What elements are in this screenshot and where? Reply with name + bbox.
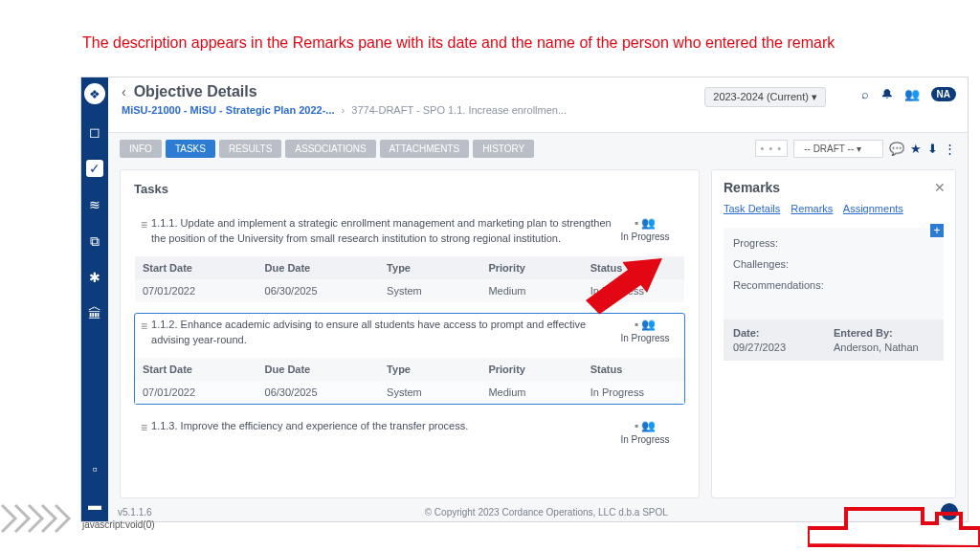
slide-decoration-red [808, 490, 980, 551]
tab-info[interactable]: INFO [120, 140, 162, 158]
cell: System [379, 381, 480, 404]
slide-decoration-chevrons [0, 503, 86, 538]
remark-progress: Progress: [733, 237, 934, 249]
remarks-title: Remarks [724, 180, 944, 195]
nav-home-icon[interactable]: ◻ [86, 123, 103, 141]
drag-handle-icon[interactable]: ≡ [141, 421, 147, 445]
breadcrumb-current: 3774-DRAFT - SPO 1.1. Increase enrollmen… [351, 104, 567, 116]
cell: In Progress [583, 381, 684, 404]
back-button[interactable]: ‹ [122, 84, 126, 99]
nav-book-icon[interactable]: ▬ [86, 496, 103, 514]
remark-challenges: Challenges: [733, 258, 934, 270]
nav-reports-icon[interactable]: ⧉ [86, 232, 103, 250]
drag-handle-icon[interactable]: ≡ [141, 218, 147, 247]
tab-associations[interactable]: ASSOCIATIONS [285, 140, 375, 158]
remarks-panel: Remarks ✕ Task Details Remarks Assignmen… [711, 169, 956, 498]
remark-body: Progress: Challenges: Recommendations: [724, 228, 944, 320]
bell-icon[interactable]: 🔔︎ [880, 87, 893, 101]
page-title: Objective Details [134, 83, 257, 100]
nav-settings-icon[interactable]: ✱ [86, 269, 103, 286]
sidebar: ❖ ◻ ✓ ≋ ⧉ ✱ 🏛 ▫ ▬ [81, 77, 108, 521]
status-dropdown[interactable]: -- DRAFT -- ▾ [793, 140, 883, 158]
tab-results[interactable]: RESULTS [219, 140, 281, 158]
remarks-tab-remarks[interactable]: Remarks [791, 203, 833, 214]
col-priority: Priority [480, 358, 582, 381]
col-start: Start Date [135, 256, 257, 279]
col-due: Due Date [257, 358, 380, 381]
nav-finance-icon[interactable]: ≋ [86, 196, 103, 213]
download-icon[interactable]: ⬇ [927, 142, 938, 156]
people-icon[interactable]: 👥 [641, 216, 656, 230]
col-start: Start Date [135, 358, 257, 381]
remark-date: 09/27/2023 [733, 342, 786, 353]
task-status: In Progress [620, 333, 669, 343]
task-status: In Progress [620, 434, 669, 445]
cell: 06/30/2025 [257, 381, 380, 404]
tab-history[interactable]: HISTORY [473, 140, 534, 158]
search-icon[interactable]: ⌕ [861, 87, 869, 101]
col-due: Due Date [257, 256, 380, 279]
cell: System [379, 279, 480, 302]
nav-plan-icon[interactable]: ✓ [86, 160, 103, 177]
cell: 07/01/2022 [135, 381, 257, 404]
tab-tasks[interactable]: TASKS [166, 140, 215, 158]
comment-icon[interactable]: ▪ [635, 318, 638, 331]
remark-date-label: Date: [733, 327, 834, 339]
col-status: Status [583, 358, 684, 381]
comment-icon[interactable]: ▪ [635, 419, 638, 432]
add-remark-button[interactable]: + [930, 224, 944, 237]
remark-author: Anderson, Nathan [834, 342, 919, 353]
slide-annotation: The description appears in the Remarks p… [82, 34, 835, 52]
cell: 06/30/2025 [257, 279, 380, 302]
remark-meta: Date: 09/27/2023 Entered By: Anderson, N… [724, 320, 944, 361]
app-logo[interactable]: ❖ [84, 83, 105, 104]
more-vert-icon[interactable]: ⋮ [944, 142, 956, 156]
col-type: Type [379, 256, 480, 279]
copyright: © Copyright 2023 Cordance Operations, LL… [425, 507, 668, 518]
close-icon[interactable]: ✕ [934, 180, 946, 195]
nav-institution-icon[interactable]: 🏛 [86, 305, 103, 322]
remark-author-label: Entered By: [834, 327, 934, 339]
remarks-tab-assignments[interactable]: Assignments [843, 203, 903, 214]
cell: Medium [480, 381, 582, 404]
browser-status: javascript:void(0) [82, 519, 155, 530]
avatar[interactable]: NA [931, 87, 956, 101]
task-row[interactable]: ≡ 1.1.2. Enhance academic advising to en… [134, 313, 685, 405]
cell: In Progress [583, 279, 684, 302]
tabbar: INFO TASKS RESULTS ASSOCIATIONS ATTACHME… [120, 137, 956, 160]
star-icon[interactable]: ★ [910, 142, 922, 156]
nav-doc-icon[interactable]: ▫ [86, 460, 103, 477]
breadcrumb: MiSU-21000 - MiSU - Strategic Plan 2022-… [122, 104, 954, 116]
people-icon[interactable]: 👥 [641, 419, 656, 432]
chevron-down-icon: ▾ [812, 91, 817, 102]
col-type: Type [379, 358, 480, 381]
comment-icon[interactable]: 💬 [889, 142, 904, 156]
tasks-card-title: Tasks [134, 182, 685, 196]
people-icon[interactable]: 👥 [641, 318, 656, 331]
remarks-tab-details[interactable]: Task Details [724, 203, 780, 214]
tasks-card: Tasks ≡ 1.1.1. Update and implement a st… [120, 169, 700, 498]
breadcrumb-parent[interactable]: MiSU-21000 - MiSU - Strategic Plan 2022-… [122, 104, 335, 116]
comment-icon[interactable]: ▪ [635, 216, 638, 230]
app-frame: ❖ ◻ ✓ ≋ ⧉ ✱ 🏛 ▫ ▬ ‹ Objective Details 20… [80, 77, 969, 522]
task-row[interactable]: ≡ 1.1.3. Improve the efficiency and expe… [134, 414, 685, 450]
period-selector[interactable]: 2023-2024 (Current) ▾ [704, 87, 826, 107]
drag-handle-icon[interactable]: ≡ [141, 320, 147, 348]
people-icon[interactable]: 👥 [904, 87, 920, 101]
more-menu[interactable]: • • • [755, 140, 789, 157]
topbar: ‹ Objective Details 2023-2024 (Current) … [108, 77, 968, 133]
task-status: In Progress [620, 231, 669, 242]
tab-attachments[interactable]: ATTACHMENTS [380, 140, 470, 158]
version: v5.1.1.6 [118, 507, 152, 518]
task-row[interactable]: ≡ 1.1.1. Update and implement a strategi… [134, 211, 685, 303]
cell: 07/01/2022 [135, 279, 257, 302]
col-priority: Priority [480, 256, 582, 279]
cell: Medium [480, 279, 582, 302]
remark-recommendations: Recommendations: [733, 279, 934, 291]
col-status: Status [583, 256, 684, 279]
